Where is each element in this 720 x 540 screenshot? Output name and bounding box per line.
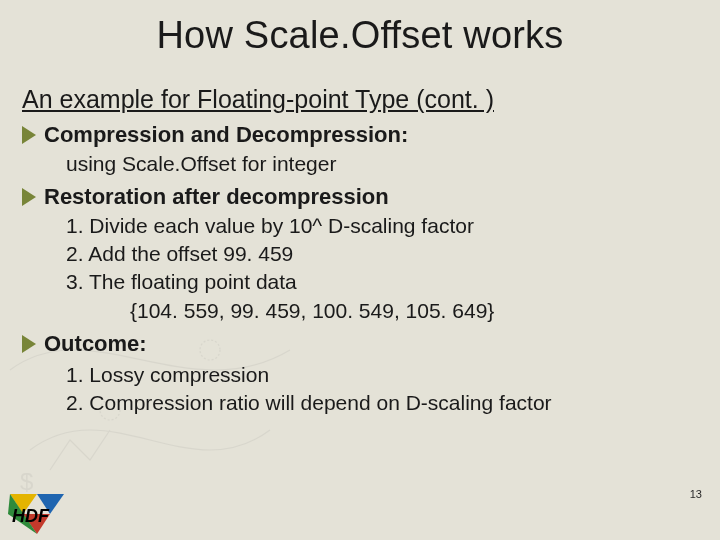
bullet-sub: 3. The floating point data (66, 268, 720, 296)
bullet-head-text: Restoration after decompression (44, 184, 389, 209)
slide-subtitle: An example for Floating-point Type (cont… (22, 85, 720, 114)
bullet-colon: : (401, 122, 408, 147)
bullet-head-text: Compression and Decompression (44, 122, 401, 147)
slide-title: How Scale.Offset works (0, 0, 720, 57)
bullet-sub: 1. Lossy compression (66, 361, 720, 389)
hdf-logo: HDF (8, 492, 66, 536)
bullet-sub-data: {104. 559, 99. 459, 100. 549, 105. 649} (130, 297, 720, 325)
page-number: 13 (690, 488, 702, 500)
bullet-sub: using Scale.Offset for integer (66, 150, 720, 178)
bullet-heading: Restoration after decompression (44, 182, 389, 212)
triangle-bullet-icon (22, 188, 36, 206)
bullet-sub: 2. Compression ratio will depend on D-sc… (66, 389, 720, 417)
logo-text: HDF (12, 506, 50, 526)
bullet-sub: 2. Add the offset 99. 459 (66, 240, 720, 268)
bullet-head-text: Outcome (44, 331, 139, 356)
bullet-colon: : (139, 331, 146, 356)
triangle-bullet-icon (22, 335, 36, 353)
bullet-item: Compression and Decompression: (22, 120, 720, 150)
triangle-bullet-icon (22, 126, 36, 144)
bullet-heading: Outcome: (44, 329, 147, 359)
slide: How Scale.Offset works An example for Fl… (0, 0, 720, 540)
bullet-sub: 1. Divide each value by 10^ D-scaling fa… (66, 212, 720, 240)
bullet-item: Restoration after decompression (22, 182, 720, 212)
bullet-item: Outcome: (22, 329, 720, 359)
bullet-heading: Compression and Decompression: (44, 120, 408, 150)
bullet-list: Compression and Decompression: using Sca… (22, 120, 720, 417)
